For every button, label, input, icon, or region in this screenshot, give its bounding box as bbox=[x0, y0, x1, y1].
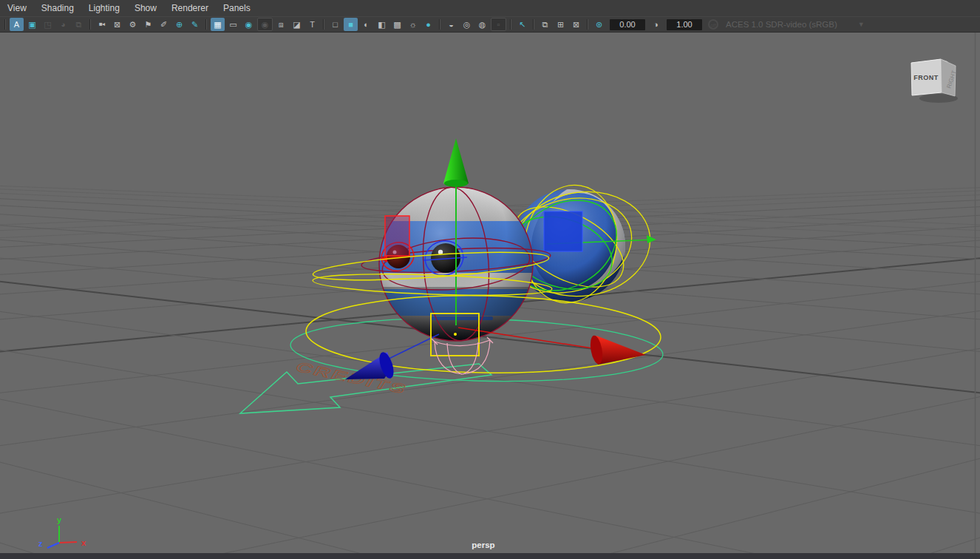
safe-title-icon[interactable]: T bbox=[305, 18, 319, 31]
chevron-down-icon[interactable]: ▼ bbox=[858, 21, 865, 28]
wireframe-mode-icon[interactable]: □ bbox=[328, 18, 342, 31]
view-transform-off-toggle[interactable]: off bbox=[708, 19, 718, 30]
toolbar-separator bbox=[4, 19, 6, 30]
safe-action-icon[interactable]: ◪ bbox=[290, 18, 304, 31]
lock-camera-icon[interactable]: ⊠ bbox=[110, 18, 124, 31]
viewport-canvas[interactable]: CREDITS bbox=[0, 33, 980, 553]
toolbar-separator bbox=[587, 19, 588, 30]
xray-mode-icon[interactable]: ● bbox=[421, 18, 435, 31]
toolbar-separator bbox=[89, 19, 91, 30]
bottom-panel-strip bbox=[0, 553, 980, 559]
pivot-dot bbox=[454, 333, 457, 336]
gate-mask-icon[interactable]: ◉ bbox=[257, 18, 273, 31]
viewport-toolbar: A▣◳◕⧉■◂⊠⚙⚑✐⊕✎▦▭◉◉⧈◪T□■◐◧▩☼●◒◎◍▫↖⧉⊞⊠ ⊛ 0.… bbox=[0, 16, 980, 33]
camera-icon[interactable]: ■◂ bbox=[95, 18, 109, 31]
grease-pencil-icon[interactable]: ✐ bbox=[157, 18, 171, 31]
panel-menu-bar: ViewShadingLightingShowRendererPanels bbox=[0, 0, 980, 16]
bookmark-icon[interactable]: ⚑ bbox=[141, 18, 155, 31]
isolate-select-icon[interactable]: ⧉ bbox=[538, 18, 552, 31]
camera-name-label: persp bbox=[472, 541, 494, 549]
object-selection-mask-icon[interactable]: ◳ bbox=[41, 18, 55, 31]
select-cursor-icon[interactable]: ↖ bbox=[515, 18, 529, 31]
menu-view[interactable]: View bbox=[7, 0, 35, 16]
menu-lighting[interactable]: Lighting bbox=[89, 0, 129, 16]
grid-toggle-icon[interactable]: ▦ bbox=[211, 18, 225, 31]
menu-shading[interactable]: Shading bbox=[41, 0, 83, 16]
shadows-icon[interactable]: ◒ bbox=[444, 18, 458, 31]
menu-panels[interactable]: Panels bbox=[223, 0, 259, 16]
colorspace-select[interactable]: ACES 1.0 SDR-video (sRGB) bbox=[726, 20, 837, 29]
zoom-region-icon[interactable]: ⊠ bbox=[569, 18, 583, 31]
menu-show[interactable]: Show bbox=[135, 0, 166, 16]
film-gate-icon[interactable]: ▭ bbox=[226, 18, 240, 31]
shaded-mode-icon[interactable]: ■ bbox=[344, 18, 358, 31]
component-selection-mask-icon[interactable]: ◕ bbox=[56, 18, 70, 31]
toolbar-separator bbox=[205, 19, 207, 30]
axis-x-label: x bbox=[81, 538, 86, 547]
field-chart-icon[interactable]: ⧈ bbox=[274, 18, 288, 31]
resolution-gate-icon[interactable]: ◉ bbox=[242, 18, 256, 31]
isolate-add-icon[interactable]: ⊞ bbox=[554, 18, 568, 31]
menu-renderer[interactable]: Renderer bbox=[171, 0, 217, 16]
gamma-contrast-icon[interactable]: ◑ bbox=[649, 18, 663, 31]
toolbar-separator bbox=[510, 19, 511, 30]
y-cone-base bbox=[444, 180, 468, 187]
toolbar-separator bbox=[533, 19, 534, 30]
gamma-field[interactable]: 1.00 bbox=[667, 19, 702, 30]
pan-zoom-icon[interactable]: ⊕ bbox=[172, 18, 186, 31]
select-by-name-icon[interactable]: A bbox=[10, 18, 24, 31]
eye-specular bbox=[438, 250, 443, 254]
toolbar-separator bbox=[439, 19, 440, 30]
shaded-wireframe-icon[interactable]: ◐ bbox=[359, 18, 373, 31]
exposure-aperture-icon[interactable]: ⊛ bbox=[592, 18, 606, 31]
motion-blur-icon[interactable]: ◎ bbox=[460, 18, 474, 31]
camera-attributes-icon[interactable]: ⚙ bbox=[126, 18, 140, 31]
annotate-pencil-icon[interactable]: ✎ bbox=[188, 18, 202, 31]
axis-z-label: z bbox=[38, 539, 43, 548]
use-default-material-icon[interactable]: ▩ bbox=[390, 18, 404, 31]
maya-viewport-panel: ViewShadingLightingShowRendererPanels A▣… bbox=[0, 0, 980, 559]
ambient-occlusion-icon[interactable]: ◍ bbox=[475, 18, 489, 31]
highlight-selection-icon[interactable]: ▣ bbox=[25, 18, 39, 31]
lighting-toggle-icon[interactable]: ☼ bbox=[406, 18, 420, 31]
face-selection-blue[interactable] bbox=[544, 211, 582, 251]
view-cube-front-label[interactable]: FRONT bbox=[913, 74, 939, 81]
snapshot-layers-icon[interactable]: ⧉ bbox=[72, 18, 86, 31]
face-selection-red[interactable] bbox=[385, 216, 409, 256]
exposure-field[interactable]: 0.00 bbox=[610, 19, 645, 30]
toolbar-separator bbox=[323, 19, 324, 30]
axis-y-label: y bbox=[57, 515, 62, 524]
anti-aliasing-icon[interactable]: ▫ bbox=[491, 18, 506, 31]
textured-mode-icon[interactable]: ◧ bbox=[375, 18, 389, 31]
